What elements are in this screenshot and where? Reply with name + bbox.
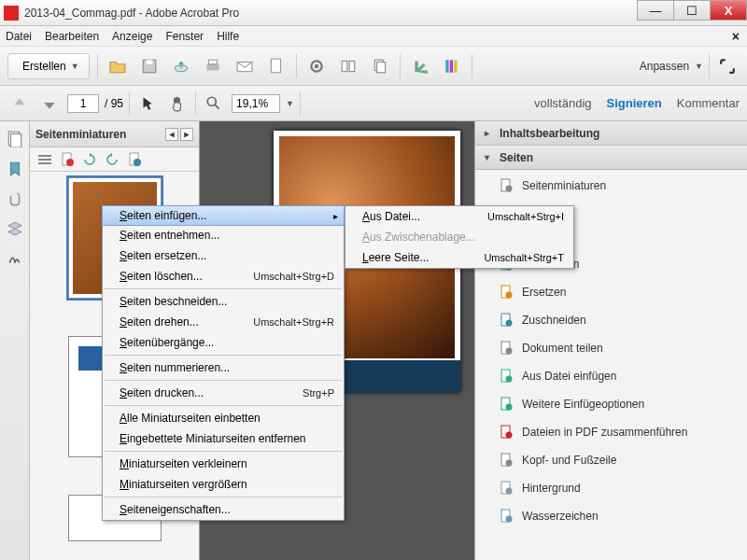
tool-icon (498, 480, 514, 497)
tool-item[interactable]: Kopf- und Fußzeile (498, 450, 747, 470)
menu-item[interactable]: Seiten nummerieren... (103, 357, 344, 378)
nav-toolbar: / 95 19,1% ▼ vollständig Signieren Komme… (0, 86, 747, 121)
fullscreen-button[interactable] (715, 54, 740, 78)
section-inhaltsbearbeitung[interactable]: ▸ Inhaltsbearbeitung (475, 121, 747, 146)
svg-rect-11 (342, 61, 347, 71)
envelope-icon (236, 58, 253, 75)
menu-hilfe[interactable]: Hilfe (217, 30, 239, 43)
menu-item[interactable]: Miniaturseiten verkleinern (103, 454, 344, 474)
sign-link[interactable]: Signieren (607, 96, 662, 110)
menu-item[interactable]: Seiten drucken...Strg+P (103, 383, 344, 403)
menu-item[interactable]: Seiten entnehmen... (103, 225, 344, 245)
pages-icon (340, 58, 357, 75)
menu-item[interactable]: Seiten beschneiden... (103, 291, 344, 312)
attachment-tab-icon[interactable] (7, 190, 23, 207)
minimize-button[interactable]: — (637, 0, 674, 21)
page-number-input[interactable] (67, 94, 99, 113)
tool-item[interactable]: Seitenminiaturen (498, 175, 747, 196)
menu-fenster[interactable]: Fenster (165, 30, 204, 43)
thumb-more-icon[interactable] (127, 152, 142, 167)
chevron-down-icon: ▼ (695, 62, 703, 71)
pager-prev-icon[interactable]: ◄ (165, 128, 178, 141)
cloud-button[interactable] (169, 54, 193, 78)
print-button[interactable] (201, 54, 225, 78)
save-button[interactable] (137, 54, 162, 78)
close-button[interactable]: X (710, 0, 747, 21)
tool2-button[interactable] (336, 54, 360, 78)
tool-icon (498, 177, 514, 194)
hand-tool[interactable] (165, 91, 190, 116)
svg-point-33 (506, 292, 513, 299)
page-icon (268, 58, 285, 75)
sign-tab-icon[interactable] (7, 250, 23, 267)
menu-anzeige[interactable]: Anzeige (112, 30, 152, 43)
chevron-down-icon[interactable]: ▼ (286, 99, 294, 108)
menu-item[interactable]: Eingebettete Miniaturseiten entfernen (103, 428, 344, 449)
menu-item[interactable]: Seiten einfügen...▸ (102, 205, 345, 226)
svg-point-41 (506, 404, 513, 411)
page-button[interactable] (264, 54, 289, 78)
menu-item[interactable]: Seiten drehen...Umschalt+Strg+R (103, 312, 344, 332)
thumbnails-tab-icon[interactable] (7, 131, 23, 147)
tool-item[interactable]: Wasserzeichen (498, 506, 747, 526)
tool4-button[interactable] (408, 54, 432, 78)
svg-point-25 (66, 159, 74, 166)
menubar-close-icon[interactable]: × (732, 29, 740, 44)
pager-next-icon[interactable]: ► (180, 128, 193, 141)
section-seiten[interactable]: ▾ Seiten (475, 146, 747, 170)
settings-button[interactable] (304, 54, 329, 78)
tool-item[interactable]: Dateien in PDF zusammenführen (498, 422, 747, 442)
app-icon (4, 6, 19, 21)
mail-button[interactable] (233, 54, 257, 78)
submenu-item[interactable]: Leere Seite...Umschalt+Strg+T (345, 247, 573, 268)
thumb-rotate2-icon[interactable] (105, 152, 120, 167)
layers-tab-icon[interactable] (7, 220, 23, 237)
menu-item[interactable]: Alle Miniaturseiten einbetten (103, 408, 344, 428)
view-full-link[interactable]: vollständig (534, 96, 591, 110)
tool3-button[interactable] (368, 54, 392, 78)
tool-item[interactable]: Ersetzen (498, 282, 747, 302)
menu-item-label: Seiten drucken... (120, 386, 204, 399)
create-button[interactable]: Erstellen ▼ (7, 53, 90, 79)
thumb-options-icon[interactable] (37, 152, 52, 167)
thumb-delete-icon[interactable] (60, 152, 75, 167)
comment-link[interactable]: Kommentar (677, 96, 740, 110)
submenu-item[interactable]: Aus Datei...Umschalt+Strg+I (345, 206, 573, 227)
zoom-tool[interactable] (202, 91, 226, 116)
menu-item[interactable]: Seiteneigenschaften... (103, 499, 344, 520)
thumb-rotate1-icon[interactable] (82, 152, 97, 167)
open-button[interactable] (106, 54, 130, 78)
menu-item[interactable]: Seitenübergänge... (103, 332, 344, 353)
tool-item[interactable]: Zuschneiden (498, 310, 747, 330)
tools-pane: ▸ Inhaltsbearbeitung ▾ Seiten Seitenmini… (474, 121, 747, 560)
menu-item-label: Miniaturseiten verkleinern (120, 457, 247, 470)
menu-bar: Datei Bearbeiten Anzeige Fenster Hilfe × (0, 26, 747, 47)
menu-item[interactable]: Miniaturseiten vergrößern (103, 474, 344, 495)
tool-item[interactable]: Dokument teilen (498, 338, 747, 358)
tool-item[interactable]: Hintergrund (498, 478, 747, 498)
menu-shortcut: Strg+P (303, 387, 334, 399)
tool-item[interactable]: Aus Datei einfügen (498, 366, 747, 386)
zoom-input[interactable]: 19,1% (232, 94, 280, 113)
menu-item[interactable]: Seiten ersetzen... (103, 245, 344, 266)
menu-item[interactable]: Seiten löschen...Umschalt+Strg+D (103, 266, 344, 287)
tool-icon (498, 508, 514, 525)
menu-datei[interactable]: Datei (6, 30, 32, 43)
svg-point-10 (314, 63, 318, 68)
color-button[interactable] (440, 54, 464, 78)
chevron-right-icon: ▸ (485, 128, 494, 138)
cursor-tool[interactable] (135, 91, 160, 116)
svg-rect-22 (38, 159, 51, 161)
printer-icon (204, 58, 221, 75)
customize-label[interactable]: Anpassen (640, 60, 689, 73)
page-down-button[interactable] (37, 91, 62, 116)
page-up-button[interactable] (7, 91, 32, 116)
menu-item-label: Miniaturseiten vergrößern (120, 478, 247, 491)
bookmark-tab-icon[interactable] (7, 161, 23, 177)
menu-bearbeiten[interactable]: Bearbeiten (45, 30, 99, 43)
maximize-button[interactable]: ☐ (673, 0, 711, 21)
menu-shortcut: Umschalt+Strg+R (253, 316, 334, 328)
tool-item[interactable]: Weitere Einfügeoptionen (498, 394, 747, 414)
svg-point-37 (506, 348, 513, 355)
tool-icon (498, 284, 514, 301)
